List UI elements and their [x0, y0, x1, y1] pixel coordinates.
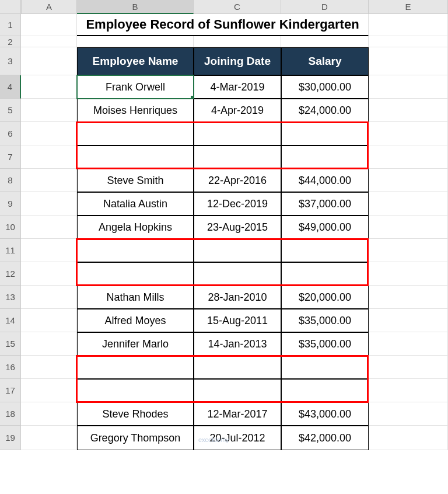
cell-C17[interactable] — [194, 379, 281, 402]
cell-C9[interactable]: 12-Dec-2019 — [194, 192, 281, 215]
cell-A3[interactable] — [21, 47, 77, 75]
cell-E3[interactable] — [369, 47, 448, 75]
cell-E2[interactable] — [369, 36, 448, 47]
row-header-4[interactable]: 4 — [0, 75, 21, 99]
cell-B15[interactable]: Jennifer Marlo — [77, 332, 194, 356]
cell-D6[interactable] — [281, 122, 369, 145]
cell-C6[interactable] — [194, 122, 281, 145]
cell-C4[interactable]: 4-Mar-2019 — [194, 75, 281, 99]
cell-E16[interactable] — [369, 356, 448, 379]
column-header-E[interactable]: E — [369, 0, 448, 14]
cell-E5[interactable] — [369, 99, 448, 122]
cell-B5[interactable]: Moises Henriques — [77, 99, 194, 122]
cell-E12[interactable] — [369, 262, 448, 286]
cell-C11[interactable] — [194, 239, 281, 262]
cell-A7[interactable] — [21, 145, 77, 169]
row-header-3[interactable]: 3 — [0, 47, 21, 75]
cell-D4[interactable]: $30,000.00 — [281, 75, 369, 99]
row-header-15[interactable]: 15 — [0, 332, 21, 356]
cell-A11[interactable] — [21, 239, 77, 262]
cell-E13[interactable] — [369, 286, 448, 309]
cell-E11[interactable] — [369, 239, 448, 262]
cell-E9[interactable] — [369, 192, 448, 215]
cell-E15[interactable] — [369, 332, 448, 356]
cell-C14[interactable]: 15-Aug-2011 — [194, 309, 281, 332]
cell-D8[interactable]: $44,000.00 — [281, 169, 369, 192]
row-header-9[interactable]: 9 — [0, 192, 21, 215]
cell-B12[interactable] — [77, 262, 194, 286]
cell-B14[interactable]: Alfred Moyes — [77, 309, 194, 332]
cell-A9[interactable] — [21, 192, 77, 215]
column-header-B[interactable]: B — [77, 0, 194, 14]
cell-D11[interactable] — [281, 239, 369, 262]
cell-E7[interactable] — [369, 145, 448, 169]
cell-D17[interactable] — [281, 379, 369, 402]
cell-A1[interactable] — [21, 14, 77, 36]
cell-C12[interactable] — [194, 262, 281, 286]
cell-C18[interactable]: 12-Mar-2017 — [194, 402, 281, 426]
cell-B18[interactable]: Steve Rhodes — [77, 402, 194, 426]
cell-A5[interactable] — [21, 99, 77, 122]
cell-A16[interactable] — [21, 356, 77, 379]
cell-A6[interactable] — [21, 122, 77, 145]
row-header-17[interactable]: 17 — [0, 379, 21, 402]
row-header-12[interactable]: 12 — [0, 262, 21, 286]
row-header-10[interactable]: 10 — [0, 215, 21, 239]
cell-A4[interactable] — [21, 75, 77, 99]
cell-C10[interactable]: 23-Aug-2015 — [194, 215, 281, 239]
cell-D18[interactable]: $43,000.00 — [281, 402, 369, 426]
cell-D2[interactable] — [281, 36, 369, 47]
cell-C2[interactable] — [194, 36, 281, 47]
title-cell[interactable]: Employee Record of Sunflower Kindergarte… — [77, 14, 369, 36]
header-name[interactable]: Employee Name — [77, 47, 194, 75]
row-header-2[interactable]: 2 — [0, 36, 21, 47]
cell-D10[interactable]: $49,000.00 — [281, 215, 369, 239]
row-header-6[interactable]: 6 — [0, 122, 21, 145]
cell-C15[interactable]: 14-Jan-2013 — [194, 332, 281, 356]
cell-D19[interactable]: $42,000.00 — [281, 426, 369, 450]
cell-A8[interactable] — [21, 169, 77, 192]
cell-D14[interactable]: $35,000.00 — [281, 309, 369, 332]
header-date[interactable]: Joining Date — [194, 47, 281, 75]
cell-E8[interactable] — [369, 169, 448, 192]
cell-D5[interactable]: $24,000.00 — [281, 99, 369, 122]
cell-D9[interactable]: $37,000.00 — [281, 192, 369, 215]
cell-D16[interactable] — [281, 356, 369, 379]
cell-C5[interactable]: 4-Apr-2019 — [194, 99, 281, 122]
row-header-5[interactable]: 5 — [0, 99, 21, 122]
cell-A19[interactable] — [21, 426, 77, 450]
cell-B2[interactable] — [77, 36, 194, 47]
cell-A2[interactable] — [21, 36, 77, 47]
row-header-13[interactable]: 13 — [0, 286, 21, 309]
cell-B8[interactable]: Steve Smith — [77, 169, 194, 192]
cell-B11[interactable] — [77, 239, 194, 262]
select-all-corner[interactable] — [0, 0, 21, 14]
cell-E18[interactable] — [369, 402, 448, 426]
cell-B4[interactable]: Frank Orwell — [77, 75, 194, 99]
cell-A15[interactable] — [21, 332, 77, 356]
column-header-D[interactable]: D — [281, 0, 369, 14]
cell-D13[interactable]: $20,000.00 — [281, 286, 369, 309]
row-header-18[interactable]: 18 — [0, 402, 21, 426]
cell-C16[interactable] — [194, 356, 281, 379]
row-header-11[interactable]: 11 — [0, 239, 21, 262]
cell-E1[interactable] — [369, 14, 448, 36]
cell-A13[interactable] — [21, 286, 77, 309]
row-header-1[interactable]: 1 — [0, 14, 21, 36]
cell-E4[interactable] — [369, 75, 448, 99]
cell-E6[interactable] — [369, 122, 448, 145]
cell-A10[interactable] — [21, 215, 77, 239]
row-header-16[interactable]: 16 — [0, 356, 21, 379]
cell-B19[interactable]: Gregory Thompson — [77, 426, 194, 450]
cell-D7[interactable] — [281, 145, 369, 169]
cell-C13[interactable]: 28-Jan-2010 — [194, 286, 281, 309]
cell-E19[interactable] — [369, 426, 448, 450]
cell-C8[interactable]: 22-Apr-2016 — [194, 169, 281, 192]
cell-A18[interactable] — [21, 402, 77, 426]
cell-A17[interactable] — [21, 379, 77, 402]
cell-B6[interactable] — [77, 122, 194, 145]
cell-B10[interactable]: Angela Hopkins — [77, 215, 194, 239]
cell-B17[interactable] — [77, 379, 194, 402]
cell-E17[interactable] — [369, 379, 448, 402]
header-salary[interactable]: Salary — [281, 47, 369, 75]
